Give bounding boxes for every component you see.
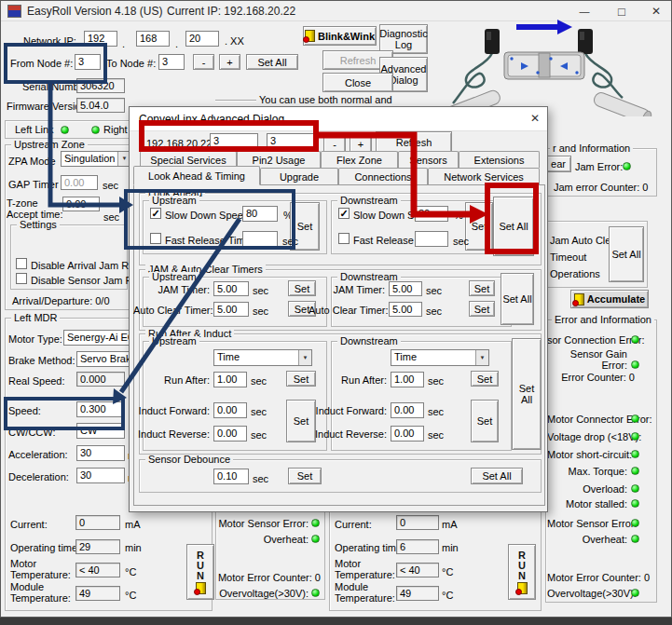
module-temp2-value: 49 xyxy=(396,586,439,601)
run-mode-down-select[interactable]: Time ▼ xyxy=(391,349,489,366)
tab-flex-zone[interactable]: Flex Zone xyxy=(321,151,398,168)
clear-button[interactable]: ear xyxy=(545,156,571,172)
ip-octet3-input[interactable]: 20 xyxy=(185,31,219,47)
run-button-left[interactable]: RUN xyxy=(186,544,214,600)
sensor-gain-error-label: Error: xyxy=(547,360,627,371)
to-node-input[interactable]: 3 xyxy=(158,54,185,70)
module-temp-value: 49 xyxy=(75,586,120,601)
tzone-unit: sec xyxy=(103,211,119,223)
sensor-connection-error-label: sor Connection Error: xyxy=(547,334,627,346)
module-temp2-label1: Module xyxy=(335,581,368,592)
tzone-input[interactable]: 0.00 xyxy=(62,197,100,211)
cwccw-label: CW/CCW: xyxy=(8,427,56,438)
tab-look-ahead-timing[interactable]: Look Ahead & Timing xyxy=(133,166,260,185)
sensor-gain-error-led xyxy=(631,360,639,369)
current2-value: 0 xyxy=(396,515,439,530)
motor-temp-label2: Temperature: xyxy=(10,569,71,580)
current-ip-label: Current IP: 192.168.20.22 xyxy=(167,6,295,17)
module-temp-unit: °C xyxy=(125,590,136,601)
hint-divider xyxy=(215,100,256,102)
optime-value: 29 xyxy=(75,539,120,554)
deceleration-input[interactable]: 30 xyxy=(76,468,125,483)
gap-timer-input[interactable]: 0.00 xyxy=(61,175,98,190)
overvoltage-label: Overvoltage(>30V): xyxy=(547,588,627,599)
left-mdr-title: Left MDR xyxy=(11,313,60,323)
conveyor-illustration xyxy=(425,12,671,116)
accumulate-button[interactable]: Accumulate xyxy=(570,290,649,308)
sensor-connection-error-led xyxy=(631,335,639,344)
node-minus-button[interactable]: - xyxy=(193,54,214,70)
tab-upgrade[interactable]: Upgrade xyxy=(260,168,338,184)
acceleration-input[interactable]: 30 xyxy=(76,445,125,461)
timeout-label: Timeout xyxy=(550,251,586,263)
motor-short-circuit-led xyxy=(631,450,639,458)
right-link-led xyxy=(91,126,100,134)
dialog-ip-label: 192.168.20.22 xyxy=(146,138,212,149)
current2-unit: mA xyxy=(442,519,458,530)
zpa-mode-select[interactable]: Singulation ▼ xyxy=(61,151,131,167)
mid-motor-sensor-error-label: Motor Sensor Error: xyxy=(215,518,309,529)
accumulate-label: Accumulate xyxy=(587,293,645,305)
dialog-node-from-input[interactable]: 3 xyxy=(210,133,258,150)
jam-info-title: r and Information xyxy=(550,143,633,154)
tab-sensors[interactable]: Sensors xyxy=(398,151,459,168)
mid-overheat-led xyxy=(311,535,320,543)
jam-error-label: Jam Error: xyxy=(575,161,623,172)
arrival-departure-label: Arrival/Departure: 0/0 xyxy=(12,295,110,306)
disable-arrival-jam-checkbox[interactable] xyxy=(16,258,27,269)
node-plus-button[interactable]: + xyxy=(219,54,240,70)
node-set-all-button[interactable]: Set All xyxy=(246,54,298,70)
disable-sensor-jam-checkbox[interactable] xyxy=(16,273,27,284)
serial-value: 306320 xyxy=(76,78,125,93)
motor-stalled-label: Motor stalled: xyxy=(547,498,627,510)
blink-wink-icon xyxy=(305,30,315,42)
module-temp2-unit: °C xyxy=(442,590,453,601)
motor-temp-label1: Motor xyxy=(10,558,36,569)
module-temp-label2: Temperature: xyxy=(10,592,71,604)
motor-temp2-unit: °C xyxy=(442,566,453,577)
easyroll-window: EasyRoll Version 4.18 (US) Current IP: 1… xyxy=(0,0,672,618)
run-mode-up-select[interactable]: Time ▼ xyxy=(213,349,312,366)
run-button-right[interactable]: RUN xyxy=(508,544,536,600)
close-button[interactable]: Close xyxy=(322,73,393,92)
disable-sensor-jam-label: Disable Sensor Jam Res xyxy=(31,275,144,286)
ip-octet2-input[interactable]: 168 xyxy=(136,31,170,47)
ip-suffix-label: . XX xyxy=(225,35,244,47)
cwccw-select[interactable]: CW xyxy=(76,423,125,439)
dialog-node-to-input[interactable]: 3 xyxy=(267,133,315,150)
tab-network-services[interactable]: Network Services xyxy=(428,168,540,184)
motor-short-circuit-label: Motor short-circuit: xyxy=(547,449,627,460)
error-counter-label: Error Counter: 0 xyxy=(547,372,635,383)
tab-extensions[interactable]: Extensions xyxy=(459,151,540,168)
dialog-close-icon[interactable]: ✕ xyxy=(530,113,540,124)
motor-connector-error-label: Motor Connector Error: xyxy=(547,414,627,425)
run-icon xyxy=(517,582,528,594)
jam-error-led xyxy=(623,162,631,170)
module-temp-label1: Module xyxy=(10,581,44,592)
dropdown-arrow-icon: ▼ xyxy=(298,350,311,365)
from-node-input[interactable]: 3 xyxy=(75,54,101,70)
motor-type-label: Motor Type: xyxy=(8,333,62,345)
upstream-zone-title: Upstream Zone xyxy=(11,140,88,150)
ip-octet1-input[interactable]: 192 xyxy=(84,31,117,47)
overheat-label: Overheat: xyxy=(547,534,627,545)
current-label: Current: xyxy=(10,519,48,530)
ip-dot1: . xyxy=(122,38,125,49)
brake-method-select[interactable]: Servo Brake xyxy=(76,351,131,367)
blink-wink-button[interactable]: Blink&Wink xyxy=(303,26,377,46)
accumulate-icon xyxy=(574,293,584,306)
speed-input[interactable]: 0.300 xyxy=(76,401,125,417)
tab-connections[interactable]: Connections xyxy=(338,168,428,184)
motor-error-counter-label: Motor Error Counter: 0 xyxy=(547,572,635,583)
optime-label: Operating time: xyxy=(10,542,80,553)
motor-type-select[interactable]: Senergy-Ai ECO xyxy=(63,330,131,346)
motor-connector-error-led xyxy=(631,414,639,423)
conveylinx-advanced-dialog: ConveyLinx Advanced Dialog ✕ 192.168.20.… xyxy=(129,106,548,512)
mid-overvoltage-led xyxy=(311,589,320,597)
overload-label: Overload: xyxy=(547,483,627,495)
optime-unit: min xyxy=(125,542,142,553)
mid-motor-sensor-error-led xyxy=(311,519,320,527)
tzone-label-1: T-zone xyxy=(7,197,38,209)
voltage-drop-led xyxy=(631,432,639,441)
jam-set-all-button[interactable]: Set All xyxy=(609,226,644,282)
